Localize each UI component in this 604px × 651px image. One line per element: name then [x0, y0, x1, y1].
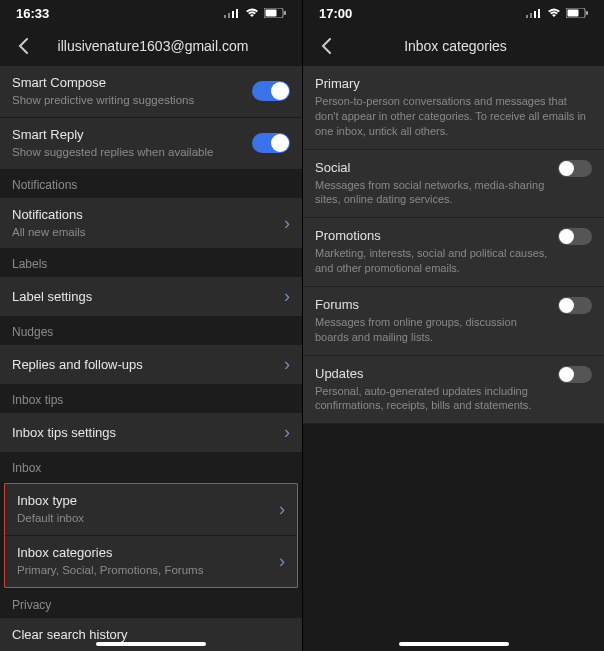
chevron-right-icon: › [284, 286, 290, 307]
inbox-type-row[interactable]: Inbox type Default inbox › [5, 484, 297, 536]
smart-compose-sub: Show predictive writing suggestions [12, 93, 252, 108]
inbox-categories-title: Inbox categories [17, 545, 271, 562]
category-social-desc: Messages from social networks, media-sha… [315, 178, 548, 208]
inbox-categories-row[interactable]: Inbox categories Primary, Social, Promot… [5, 536, 297, 587]
svg-rect-10 [538, 9, 540, 18]
category-primary-desc: Person-to-person conversations and messa… [315, 94, 592, 139]
smart-compose-toggle[interactable] [252, 81, 290, 101]
notifications-title: Notifications [12, 207, 276, 224]
header: Inbox categories [303, 26, 604, 66]
notifications-sub: All new emails [12, 225, 276, 240]
category-forums-desc: Messages from online groups, discussion … [315, 315, 548, 345]
wifi-icon [547, 8, 561, 18]
header-title: Inbox categories [319, 38, 592, 54]
smart-reply-sub: Show suggested replies when available [12, 145, 252, 160]
chevron-right-icon: › [284, 422, 290, 443]
inbox-tips-settings-row[interactable]: Inbox tips settings › [0, 413, 302, 453]
chevron-right-icon: › [279, 499, 285, 520]
category-social-title: Social [315, 160, 548, 175]
header-title: illusivenature1603@gmail.com [16, 38, 290, 54]
svg-rect-0 [224, 15, 226, 18]
category-primary: Primary Person-to-person conversations a… [303, 66, 604, 150]
svg-rect-8 [530, 13, 532, 18]
status-icons [224, 8, 286, 18]
inbox-categories-screen: 17:00 Inbox categories Primary Person-to… [302, 0, 604, 651]
status-icons [526, 8, 588, 18]
smart-compose-title: Smart Compose [12, 75, 252, 92]
label-settings-title: Label settings [12, 289, 276, 306]
replies-row[interactable]: Replies and follow-ups › [0, 345, 302, 385]
header: illusivenature1603@gmail.com [0, 26, 302, 66]
smart-compose-row[interactable]: Smart Compose Show predictive writing su… [0, 66, 302, 118]
chevron-right-icon: › [279, 551, 285, 572]
chevron-right-icon: › [284, 213, 290, 234]
signal-icon [526, 8, 542, 18]
category-social[interactable]: Social Messages from social networks, me… [303, 150, 604, 219]
category-updates[interactable]: Updates Personal, auto-generated updates… [303, 356, 604, 425]
battery-icon [566, 8, 588, 18]
label-settings-row[interactable]: Label settings › [0, 277, 302, 317]
svg-rect-13 [586, 11, 588, 15]
section-inbox: Inbox [0, 453, 302, 481]
status-bar: 17:00 [303, 0, 604, 26]
clear-search-row[interactable]: Clear search history [0, 618, 302, 651]
svg-rect-6 [284, 11, 286, 15]
signal-icon [224, 8, 240, 18]
category-promotions[interactable]: Promotions Marketing, interests, social … [303, 218, 604, 287]
inbox-type-title: Inbox type [17, 493, 271, 510]
home-indicator[interactable] [399, 642, 509, 646]
svg-rect-7 [526, 15, 528, 18]
svg-rect-5 [266, 10, 277, 17]
status-bar: 16:33 [0, 0, 302, 26]
inbox-categories-sub: Primary, Social, Promotions, Forums [17, 563, 271, 578]
category-social-toggle[interactable] [558, 160, 592, 177]
svg-rect-9 [534, 11, 536, 18]
category-primary-title: Primary [315, 76, 592, 91]
category-forums-title: Forums [315, 297, 548, 312]
status-time: 16:33 [16, 6, 49, 21]
category-promotions-toggle[interactable] [558, 228, 592, 245]
categories-scroll[interactable]: Primary Person-to-person conversations a… [303, 66, 604, 651]
home-indicator[interactable] [96, 642, 206, 646]
section-inbox-tips: Inbox tips [0, 385, 302, 413]
svg-rect-2 [232, 11, 234, 18]
chevron-right-icon: › [284, 354, 290, 375]
replies-title: Replies and follow-ups [12, 357, 276, 374]
status-time: 17:00 [319, 6, 352, 21]
category-updates-toggle[interactable] [558, 366, 592, 383]
inbox-type-sub: Default inbox [17, 511, 271, 526]
section-labels: Labels [0, 249, 302, 277]
notifications-row[interactable]: Notifications All new emails › [0, 198, 302, 250]
section-notifications: Notifications [0, 170, 302, 198]
section-nudges: Nudges [0, 317, 302, 345]
category-promotions-title: Promotions [315, 228, 548, 243]
category-promotions-desc: Marketing, interests, social and politic… [315, 246, 548, 276]
smart-reply-toggle[interactable] [252, 133, 290, 153]
settings-scroll[interactable]: Smart Compose Show predictive writing su… [0, 66, 302, 651]
inbox-tips-settings-title: Inbox tips settings [12, 425, 276, 442]
svg-rect-1 [228, 13, 230, 18]
svg-rect-3 [236, 9, 238, 18]
category-forums-toggle[interactable] [558, 297, 592, 314]
wifi-icon [245, 8, 259, 18]
category-updates-title: Updates [315, 366, 548, 381]
svg-rect-12 [568, 10, 579, 17]
settings-screen: 16:33 illusivenature1603@gmail.com Smart… [0, 0, 302, 651]
section-privacy: Privacy [0, 590, 302, 618]
category-forums[interactable]: Forums Messages from online groups, disc… [303, 287, 604, 356]
category-updates-desc: Personal, auto-generated updates includi… [315, 384, 548, 414]
battery-icon [264, 8, 286, 18]
smart-reply-title: Smart Reply [12, 127, 252, 144]
smart-reply-row[interactable]: Smart Reply Show suggested replies when … [0, 118, 302, 170]
inbox-highlight: Inbox type Default inbox › Inbox categor… [4, 483, 298, 588]
